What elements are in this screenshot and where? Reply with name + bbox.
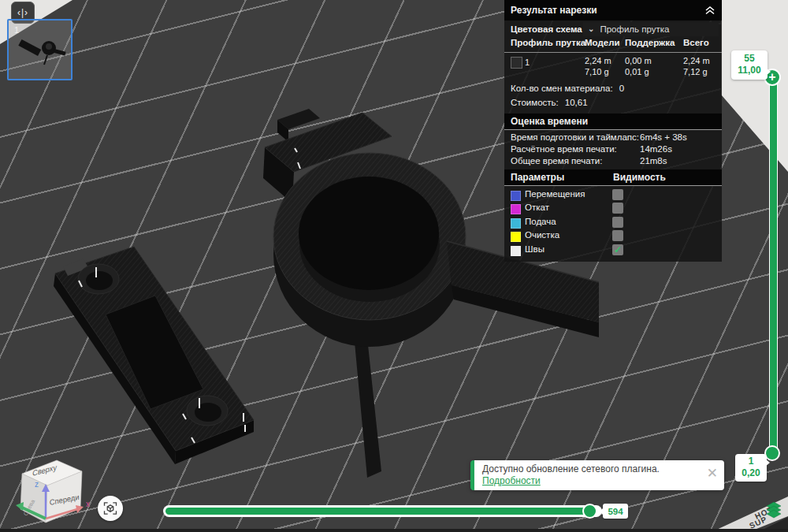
total-time-row: Общее время печати: 21m8s [504, 155, 722, 167]
color-scheme-label: Цветовая схема [511, 24, 582, 34]
move-slider-track[interactable] [163, 505, 602, 517]
move-slider-fill [165, 508, 588, 515]
cost-row: Стоимость: 10,61 [511, 95, 716, 110]
layer-slider-track[interactable] [769, 74, 778, 459]
cost-value: 10,61 [565, 98, 588, 107]
axis-y-arrowhead [16, 502, 24, 511]
orbit-cube-icon [102, 500, 118, 516]
travel-visibility-checkbox[interactable] [612, 189, 623, 200]
estimated-time-row: Расчётное время печати: 14m26s [504, 143, 722, 155]
seams-color-chip [511, 246, 521, 256]
travel-color-chip [511, 191, 521, 201]
background-corner-top-right [721, 0, 788, 172]
slicing-results-panel: Результат нарезки Цветовая схема ⌄ Профи… [504, 0, 722, 262]
filament-color-swatch [511, 57, 522, 69]
visibility-header: Видимость [613, 172, 666, 183]
seams-visibility-checkbox[interactable]: ✓ [612, 244, 623, 255]
notification-message: Доступно обновление сетевого плагина. [482, 463, 702, 475]
axis-x-arrowhead [76, 505, 84, 513]
top-layer-number: 55 [731, 53, 768, 65]
col-profile: Профиль прутка [511, 38, 585, 47]
prep-time-row: Время подготовки и таймлапс: 6m4s + 38s [504, 132, 722, 143]
slicer-preview-window: HOT SUP Сверху Спереди Слева z x [0, 0, 788, 532]
color-scheme-dropdown[interactable]: ⌄ Профиль прутка [583, 22, 719, 36]
wipe-visibility-checkbox[interactable] [612, 230, 623, 241]
model-bracket[interactable] [54, 247, 254, 464]
material-changes-value: 0 [619, 84, 624, 93]
time-estimate-header: Оценка времени [504, 113, 722, 130]
prep-time-value: 6m4s + 38s [640, 132, 687, 142]
window-bottom-edge [0, 529, 788, 532]
material-changes-row: Кол-во смен материала: 0 [511, 81, 716, 95]
plate-thumbnail-number: 1 [14, 25, 19, 35]
panel-title: Результат нарезки [511, 5, 597, 16]
filament-profile-number: 1 [525, 57, 530, 68]
retraction-color-chip [511, 204, 521, 214]
param-wipe: Очистка [504, 229, 722, 243]
notification-details-link[interactable]: Подробности [482, 475, 702, 487]
extrusion-color-chip [511, 218, 521, 229]
wipe-color-chip [511, 232, 521, 242]
bottom-layer-number: 1 [735, 456, 767, 467]
col-support: Поддержка [625, 38, 675, 47]
col-models: Модели [585, 38, 620, 47]
filament-table-header: Профиль прутка Модели Поддержка Всего [504, 38, 722, 53]
layer-slider-top-label: 55 11,00 [731, 50, 768, 80]
col-total: Всего [683, 38, 709, 47]
close-icon[interactable]: ✕ [707, 467, 718, 480]
color-scheme-value: Профиль прутка [600, 24, 669, 34]
panel-header[interactable]: Результат нарезки [504, 0, 722, 20]
param-seams: Швы ✓ [504, 244, 722, 257]
total-time-value: 21m8s [640, 156, 667, 166]
extrusion-visibility-checkbox[interactable] [612, 217, 623, 228]
param-extrusions: Подача [504, 216, 722, 229]
estimated-time-value: 14m26s [640, 144, 672, 154]
layer-slider-bottom-label: 1 0,20 [735, 454, 767, 482]
move-slider-value-label: 594 [603, 504, 628, 519]
retraction-visibility-checkbox[interactable] [612, 203, 623, 214]
axis-x-label: x [86, 500, 90, 508]
top-layer-height: 11,00 [731, 65, 768, 76]
chevron-down-icon: ⌄ [588, 24, 594, 33]
axis-z-label: z [35, 480, 39, 489]
param-retractions: Откат [504, 202, 722, 215]
reset-view-button[interactable] [98, 496, 123, 521]
param-travel-moves: Перемещения [504, 188, 722, 202]
bottom-layer-height: 0,20 [735, 467, 767, 479]
collapse-chevron-icon[interactable] [704, 6, 716, 15]
plate-thumbnail[interactable]: 1 [7, 19, 72, 80]
parameters-header: Параметры Видимость [504, 169, 722, 186]
filament-table-row: 1 2,24 m 7,10 g 0,00 m 0,01 g 2,24 m 7,1… [504, 53, 722, 79]
update-notification: Доступно обновление сетевого плагина. По… [470, 460, 724, 490]
view-cube[interactable]: Сверху Спереди Слева z x [16, 460, 90, 523]
